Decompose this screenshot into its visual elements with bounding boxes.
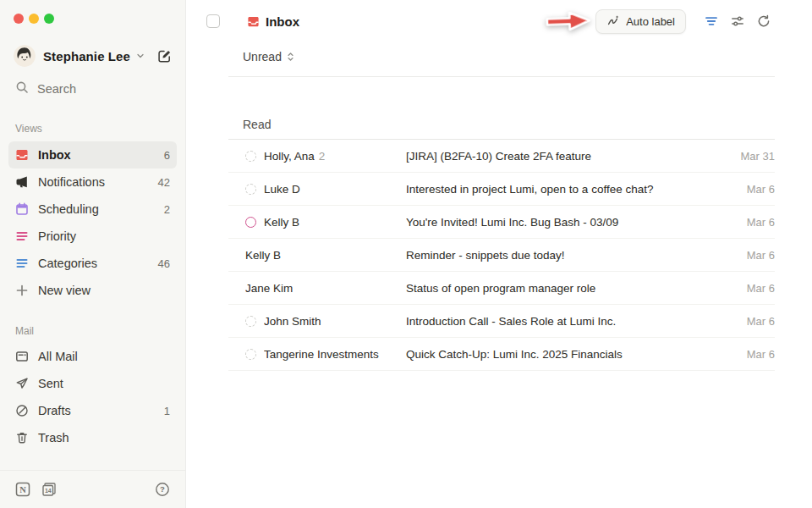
email-subject: You're Invited! Lumi Inc. Bug Bash - 03/… — [406, 216, 737, 229]
auto-label-button-label: Auto label — [626, 15, 675, 28]
mail-section-label: Mail — [15, 325, 170, 337]
zoom-window-button[interactable] — [44, 14, 54, 24]
views-list: Inbox 6 Notifications 42 — [0, 141, 185, 304]
sidebar-item-label: New view — [38, 284, 91, 297]
email-sender: Jane Kim — [245, 282, 293, 295]
email-date: Mar 31 — [741, 150, 775, 163]
email-subject: Reminder - snippets due today! — [406, 249, 737, 262]
email-row[interactable]: Luke D Interested in project Lumi, open … — [228, 173, 775, 206]
thread-count: 2 — [319, 150, 326, 163]
email-row[interactable]: Kelly B You're Invited! Lumi Inc. Bug Ba… — [228, 206, 775, 239]
sidebar-item-categories[interactable]: Categories 46 — [8, 250, 177, 277]
inbox-icon — [15, 148, 29, 162]
email-subject: [JIRA] (B2FA-10) Create 2FA feature — [406, 150, 731, 163]
sort-selector[interactable]: Unread — [243, 50, 296, 64]
sidebar-item-notifications[interactable]: Notifications 42 — [8, 168, 177, 196]
email-date: Mar 6 — [747, 216, 775, 229]
refresh-icon[interactable] — [757, 14, 771, 28]
svg-text:N: N — [19, 485, 26, 494]
trash-icon — [15, 431, 29, 444]
notion-logo-icon[interactable]: N — [15, 482, 30, 497]
mail-icon — [15, 350, 29, 363]
sidebar-item-count: 6 — [164, 149, 170, 162]
sliders-icon[interactable] — [731, 14, 744, 28]
mail-list: All Mail Sent — [0, 343, 185, 451]
auto-label-icon — [606, 14, 620, 28]
email-date: Mar 6 — [747, 249, 775, 262]
email-sender: Tangerine Investments — [264, 348, 379, 361]
help-icon[interactable]: ? — [155, 482, 170, 497]
email-row[interactable]: Jane Kim Status of open program manager … — [228, 272, 775, 305]
minimize-window-button[interactable] — [29, 14, 39, 24]
sidebar-item-inbox[interactable]: Inbox 6 — [8, 141, 177, 168]
email-sender: Kelly B — [264, 216, 299, 229]
search-placeholder: Search — [37, 82, 76, 96]
view-title: Inbox — [247, 14, 299, 29]
megaphone-icon — [15, 175, 29, 189]
svg-text:?: ? — [160, 484, 165, 494]
sidebar-item-label: Categories — [38, 257, 97, 270]
sidebar-item-priority[interactable]: Priority — [8, 223, 177, 250]
sidebar-item-count: 46 — [158, 257, 170, 270]
read-status-circle[interactable] — [245, 184, 256, 195]
inbox-icon — [247, 15, 260, 28]
sidebar-item-new-view[interactable]: New view — [8, 277, 177, 304]
sidebar-item-label: Priority — [38, 229, 76, 243]
email-date: Mar 6 — [747, 348, 775, 361]
select-all-checkbox[interactable] — [206, 14, 220, 28]
filter-icon[interactable] — [705, 14, 718, 28]
compose-icon[interactable] — [157, 49, 172, 64]
sidebar-item-label: Inbox — [38, 148, 71, 162]
header-divider — [228, 76, 775, 77]
unread-status-circle[interactable] — [245, 217, 256, 228]
sort-chevrons-icon — [285, 51, 296, 63]
sidebar-item-drafts[interactable]: Drafts 1 — [8, 397, 177, 424]
sidebar-item-label: Sent — [38, 377, 63, 390]
search-icon — [15, 80, 29, 97]
sidebar-item-label: All Mail — [38, 350, 78, 363]
account-name: Stephanie Lee — [43, 49, 130, 64]
sidebar-item-label: Trash — [38, 431, 69, 444]
list-icon — [15, 229, 29, 243]
email-subject: Status of open program manager role — [406, 282, 737, 295]
list-icon — [15, 257, 29, 270]
svg-text:14: 14 — [45, 488, 52, 494]
draft-icon — [15, 404, 29, 417]
sidebar-item-count: 42 — [158, 176, 170, 189]
sidebar-item-scheduling[interactable]: Scheduling 2 — [8, 196, 177, 223]
email-list: Holly, Ana 2 [JIRA] (B2FA-10) Create 2FA… — [228, 140, 775, 371]
sidebar-item-trash[interactable]: Trash — [8, 424, 177, 451]
read-status-circle[interactable] — [245, 151, 256, 162]
email-row[interactable]: Holly, Ana 2 [JIRA] (B2FA-10) Create 2FA… — [228, 140, 775, 173]
sidebar-item-label: Notifications — [38, 175, 105, 189]
email-date: Mar 6 — [747, 183, 775, 196]
send-icon — [15, 377, 29, 390]
sidebar-item-count: 2 — [164, 203, 170, 216]
sidebar-footer: N 14 ? — [0, 470, 185, 508]
close-window-button[interactable] — [14, 14, 24, 24]
email-row[interactable]: Tangerine Investments Quick Catch-Up: Lu… — [228, 338, 775, 371]
email-sender: Holly, Ana — [264, 150, 315, 163]
email-sender: Luke D — [264, 183, 300, 196]
mail-list-panel: Inbox Auto label — [186, 0, 812, 508]
list-header: Inbox Auto label — [186, 8, 812, 34]
sidebar-item-all-mail[interactable]: All Mail — [8, 343, 177, 370]
calendar-icon — [15, 202, 29, 216]
email-row[interactable]: Kelly B Reminder - snippets due today! M… — [228, 239, 775, 272]
views-section-label: Views — [15, 123, 170, 135]
account-switcher[interactable]: Stephanie Lee — [14, 45, 172, 67]
read-status-circle[interactable] — [245, 316, 256, 327]
calendar-app-icon[interactable]: 14 — [41, 482, 57, 497]
email-sender: Kelly B — [245, 249, 281, 262]
sort-label: Unread — [243, 50, 282, 64]
email-subject: Quick Catch-Up: Lumi Inc. 2025 Financial… — [406, 348, 737, 361]
sidebar-item-sent[interactable]: Sent — [8, 370, 177, 397]
email-subject: Introduction Call - Sales Role at Lumi I… — [406, 315, 737, 328]
auto-label-button[interactable]: Auto label — [595, 9, 686, 34]
search-input[interactable]: Search — [15, 80, 170, 97]
email-sender: John Smith — [264, 315, 321, 328]
email-date: Mar 6 — [747, 282, 775, 295]
email-row[interactable]: John Smith Introduction Call - Sales Rol… — [228, 305, 775, 338]
read-section-label: Read — [243, 118, 812, 131]
read-status-circle[interactable] — [245, 349, 256, 360]
